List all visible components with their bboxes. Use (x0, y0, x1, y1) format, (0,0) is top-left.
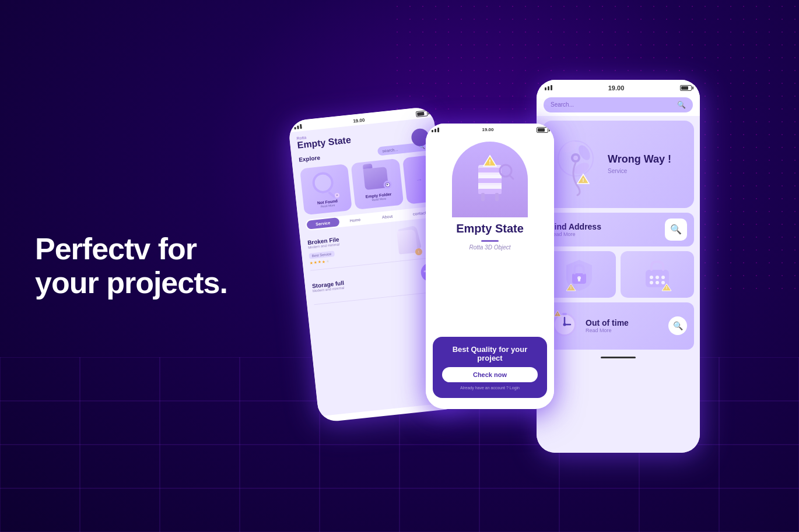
p1-list-broken-file-info: Broken File Modern and minimal Best Serv… (307, 230, 395, 265)
p1-service-badge: Best Service (309, 250, 334, 259)
password-svg: ! (641, 257, 674, 292)
p3-time-title: Out of time (586, 318, 663, 327)
p3-big-card-right: Wrong Way ! Service (608, 154, 687, 174)
p2-cta-button[interactable]: Check now (442, 367, 538, 382)
p1-card-not-found: ✕ Not Found Read More (300, 164, 352, 215)
p2-login-text: Already have an account ? Login (442, 386, 538, 390)
headline-line2: your projects. (35, 266, 227, 300)
signal-bar-3 (437, 128, 439, 132)
star-5-half: ★ (325, 258, 330, 263)
p3-search-row: Search... 🔍 (537, 94, 700, 116)
svg-point-34 (573, 156, 578, 160)
lock-svg: ! (563, 257, 595, 292)
headline: Perfectv for your projects. (35, 232, 233, 299)
svg-line-28 (510, 175, 513, 179)
phone-2-time: 19.00 (482, 127, 493, 132)
p2-cta-box: Best Quality for your project Check now … (433, 337, 547, 398)
p2-arch: ! (452, 142, 528, 217)
svg-rect-56 (562, 313, 567, 315)
phone-3-time: 19.00 (608, 84, 625, 91)
svg-rect-39 (578, 279, 580, 281)
battery-fill (417, 111, 425, 115)
p1-cards: ✕ Not Found Read More (300, 155, 436, 215)
magnifier-icon (311, 171, 335, 194)
svg-point-44 (656, 276, 659, 279)
p3-search-bar[interactable]: Search... 🔍 (544, 97, 693, 112)
phone-3: 19.00 Search... 🔍 (537, 80, 700, 453)
main-content: Perfectv for your projects. 19.00 (0, 0, 799, 532)
p2-state-title: Empty State (456, 222, 524, 235)
star-1: ★ (310, 260, 314, 265)
p1-nav-service[interactable]: Service (306, 217, 339, 230)
p3-time-search-btn[interactable]: 🔍 (668, 316, 687, 335)
svg-point-46 (650, 281, 653, 284)
signal-bar-2 (434, 129, 436, 132)
p2-subtitle: Rotta 3D Object (469, 244, 510, 251)
left-section: Perfectv for your projects. (35, 232, 233, 299)
svg-rect-23 (481, 193, 485, 201)
p3-big-card-sub: Service (608, 168, 687, 174)
signal-bar-3 (300, 124, 302, 128)
svg-rect-21 (478, 172, 502, 178)
p3-address-search-btn[interactable]: 🔍 (665, 219, 687, 241)
phone-3-battery (680, 85, 692, 91)
svg-text:!: ! (489, 159, 490, 165)
p3-big-card-title: Wrong Way ! (608, 154, 687, 165)
svg-text:!: ! (583, 177, 584, 183)
battery-icon (416, 110, 428, 117)
signal-bar-1 (432, 130, 433, 132)
p1-list-storage-info: Storage full Modern and minimal (311, 272, 416, 293)
phone-2-signal (432, 128, 439, 132)
p1-card-empty-folder: Empty Folder Read More (351, 158, 404, 209)
p3-time-sub: Read More (586, 327, 663, 333)
p3-address-title: Find Address (549, 222, 660, 231)
p3-big-card: ! Wrong Way ! Service (542, 121, 694, 208)
star-2: ★ (313, 259, 317, 265)
p3-main: ! Wrong Way ! Service Find Address Read … (537, 116, 700, 453)
p1-search-text: search... (382, 145, 417, 153)
headline-line1: Perfectv for (35, 232, 197, 266)
p3-home-indicator (601, 357, 636, 358)
p2-cta-title: Best Quality for your project (442, 345, 538, 362)
phone-2-content: ! Empty State Rotta 3D Object Best Quali… (426, 135, 554, 403)
signal-bar-2 (548, 86, 549, 90)
p1-explore-label: Explore (299, 154, 321, 163)
svg-point-55 (563, 323, 566, 326)
phone-2: 19.00 (426, 124, 554, 409)
p3-address-info: Find Address Read More (549, 222, 660, 237)
signal-bar-2 (297, 125, 299, 129)
signal-bar-1 (294, 126, 296, 129)
signal-bar-1 (545, 87, 546, 90)
p3-search-text: Search... (551, 101, 674, 108)
p1-nav-about[interactable]: About (371, 210, 404, 223)
star-3: ★ (317, 259, 321, 265)
p3-time-card: ! Out of time Read More 🔍 (542, 302, 694, 350)
p3-search-icon: 🔍 (677, 101, 686, 109)
p3-small-cards: ! (542, 251, 694, 298)
svg-point-47 (656, 281, 659, 284)
svg-text:!: ! (570, 286, 572, 290)
phone-1-time: 19.00 (353, 117, 365, 124)
svg-text:!: ! (666, 286, 667, 290)
signal-bar-3 (551, 85, 552, 90)
svg-point-48 (661, 281, 665, 284)
p3-big-card-icon: ! (549, 132, 602, 196)
p1-nav-home[interactable]: Home (339, 214, 372, 226)
phone-2-battery (537, 127, 548, 133)
p3-time-info: Out of time Read More (586, 318, 663, 333)
phone-3-statusbar: 19.00 (537, 80, 700, 94)
phone-2-statusbar: 19.00 (426, 124, 554, 135)
p3-small-card-password: ! (621, 251, 694, 298)
phone-3-signal (545, 85, 552, 90)
svg-rect-22 (478, 183, 502, 189)
battery-fill (681, 86, 688, 90)
svg-point-45 (661, 276, 665, 279)
wrong-way-svg: ! (549, 132, 602, 196)
star-4: ★ (321, 259, 325, 264)
p3-address-sub: Read More (549, 231, 660, 237)
barrier-svg: ! (464, 153, 516, 206)
battery-fill (538, 128, 545, 132)
svg-text:!: ! (557, 312, 558, 316)
broken-file-icon: ! (397, 226, 423, 257)
svg-point-43 (650, 276, 653, 279)
